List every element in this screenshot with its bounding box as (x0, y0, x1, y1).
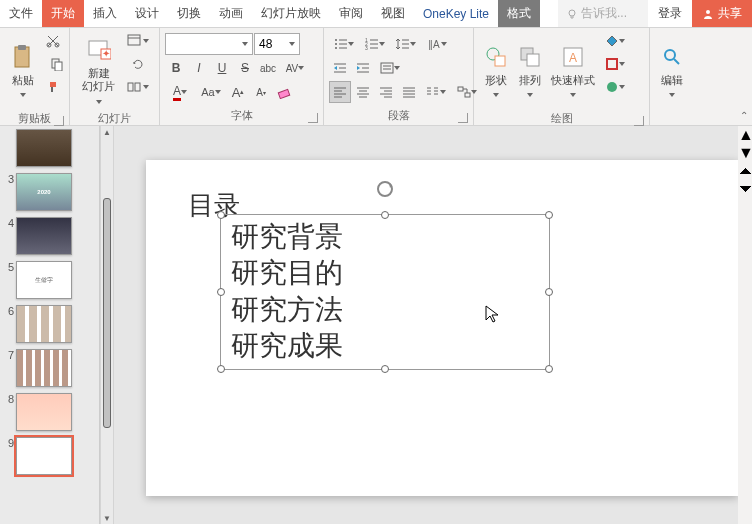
align-right-icon (379, 86, 393, 98)
decrease-indent-button[interactable] (329, 57, 351, 79)
columns-button[interactable] (421, 81, 451, 103)
thumb-scrollbar[interactable]: ▲ ▼ (100, 126, 114, 524)
change-case-button[interactable]: Aa (196, 81, 226, 103)
slide-edit-area[interactable]: 目录 研究背景 研究目的 研究方法 研究成果 (146, 160, 738, 496)
slide-thumb[interactable]: 6 (0, 302, 99, 346)
next-slide-button[interactable]: ⏷ (738, 180, 752, 198)
increase-indent-button[interactable] (352, 57, 374, 79)
clear-format-button[interactable] (273, 81, 295, 103)
underline-button[interactable]: U (211, 57, 233, 79)
list-item[interactable]: 研究背景 (231, 219, 539, 255)
svg-rect-64 (458, 87, 463, 91)
paragraph-launcher[interactable] (458, 113, 468, 123)
text-direction-button[interactable]: ‖A (422, 33, 452, 55)
cut-button[interactable] (43, 31, 63, 51)
reset-button[interactable] (124, 54, 152, 74)
drawing-launcher[interactable] (634, 116, 644, 126)
find-button[interactable]: 编辑 (655, 31, 689, 109)
login-button[interactable]: 登录 (648, 0, 692, 27)
clipboard-launcher[interactable] (54, 116, 64, 126)
resize-handle-sw[interactable] (217, 365, 225, 373)
list-item[interactable]: 研究目的 (231, 255, 539, 291)
char-spacing-button[interactable]: AV (280, 57, 310, 79)
tab-insert[interactable]: 插入 (84, 0, 126, 27)
strike-button[interactable]: S (234, 57, 256, 79)
copy-button[interactable] (43, 54, 71, 74)
slide-thumb[interactable]: 32020 (0, 170, 99, 214)
resize-handle-nw[interactable] (217, 211, 225, 219)
font-family-combo[interactable] (165, 33, 253, 55)
group-slides: ✦ 新建 幻灯片 幻灯片 (70, 28, 160, 125)
grow-font-button[interactable]: A▴ (227, 81, 249, 103)
slide-thumb[interactable]: 5生僻字 (0, 258, 99, 302)
canvas-scrollbar[interactable]: ▲ ▼ ⏶ ⏷ (738, 126, 752, 524)
bullets-button[interactable] (329, 33, 359, 55)
resize-handle-n[interactable] (381, 211, 389, 219)
resize-handle-s[interactable] (381, 365, 389, 373)
tab-home[interactable]: 开始 (42, 0, 84, 27)
align-left-button[interactable] (329, 81, 351, 103)
tab-slideshow[interactable]: 幻灯片放映 (252, 0, 330, 27)
tab-animation[interactable]: 动画 (210, 0, 252, 27)
slide-thumb[interactable]: 7 (0, 346, 99, 390)
font-launcher[interactable] (308, 113, 318, 123)
prev-slide-button[interactable]: ⏶ (738, 162, 752, 180)
layout-button[interactable] (124, 31, 152, 51)
numbering-button[interactable]: 123 (360, 33, 390, 55)
scroll-up-button[interactable]: ▲ (738, 126, 752, 144)
content-textbox[interactable]: 研究背景 研究目的 研究方法 研究成果 (220, 214, 550, 370)
scroll-handle[interactable] (103, 198, 111, 428)
shrink-font-button[interactable]: A▾ (250, 81, 272, 103)
scroll-down-button[interactable]: ▼ (738, 144, 752, 162)
shape-effects-button[interactable] (601, 77, 629, 97)
tab-view[interactable]: 视图 (372, 0, 414, 27)
tab-onekey[interactable]: OneKey Lite (414, 0, 498, 27)
person-icon (702, 8, 714, 20)
line-spacing-button[interactable] (391, 33, 421, 55)
resize-handle-ne[interactable] (545, 211, 553, 219)
font-size-combo[interactable]: 48 (254, 33, 300, 55)
bold-button[interactable]: B (165, 57, 187, 79)
section-button[interactable] (124, 77, 152, 97)
slide-thumb[interactable] (0, 126, 99, 170)
list-item[interactable]: 研究成果 (231, 328, 539, 364)
shadow-button[interactable]: abc (257, 57, 279, 79)
tell-me-search[interactable]: 告诉我... (558, 0, 648, 27)
collapse-ribbon-button[interactable]: ⌃ (740, 110, 748, 121)
align-text-button[interactable] (375, 57, 405, 79)
resize-handle-w[interactable] (217, 288, 225, 296)
slide-canvas[interactable]: 目录 研究背景 研究目的 研究方法 研究成果 (114, 126, 738, 524)
slide-thumb[interactable]: 9 (0, 434, 99, 478)
scroll-down-button[interactable]: ▼ (101, 512, 113, 524)
scroll-up-button[interactable]: ▲ (101, 126, 113, 138)
tab-file[interactable]: 文件 (0, 0, 42, 27)
align-center-button[interactable] (352, 81, 374, 103)
align-right-button[interactable] (375, 81, 397, 103)
shape-fill-button[interactable] (601, 31, 629, 51)
svg-rect-16 (278, 89, 289, 98)
tab-review[interactable]: 审阅 (330, 0, 372, 27)
shape-outline-button[interactable] (601, 54, 629, 74)
tab-format[interactable]: 格式 (498, 0, 540, 27)
slide-thumb[interactable]: 4 (0, 214, 99, 258)
tab-design[interactable]: 设计 (126, 0, 168, 27)
font-color-button[interactable]: A (165, 81, 195, 103)
format-painter-button[interactable] (43, 77, 63, 97)
svg-rect-7 (55, 62, 62, 71)
shapes-button[interactable]: 形状 (479, 31, 513, 109)
arrange-button[interactable]: 排列 (513, 31, 547, 109)
align-justify-button[interactable] (398, 81, 420, 103)
paste-button[interactable]: 粘贴 (5, 31, 41, 109)
resize-handle-e[interactable] (545, 288, 553, 296)
slide-thumb[interactable]: 8 (0, 390, 99, 434)
rotate-handle[interactable] (375, 179, 395, 203)
italic-button[interactable]: I (188, 57, 210, 79)
new-slide-button[interactable]: ✦ 新建 幻灯片 (75, 31, 122, 109)
share-button[interactable]: 共享 (692, 0, 752, 27)
align-left-icon (333, 86, 347, 98)
paste-icon (12, 44, 34, 70)
indent-icon (356, 62, 370, 74)
resize-handle-se[interactable] (545, 365, 553, 373)
tab-transition[interactable]: 切换 (168, 0, 210, 27)
quick-styles-button[interactable]: A 快速样式 (547, 31, 599, 109)
